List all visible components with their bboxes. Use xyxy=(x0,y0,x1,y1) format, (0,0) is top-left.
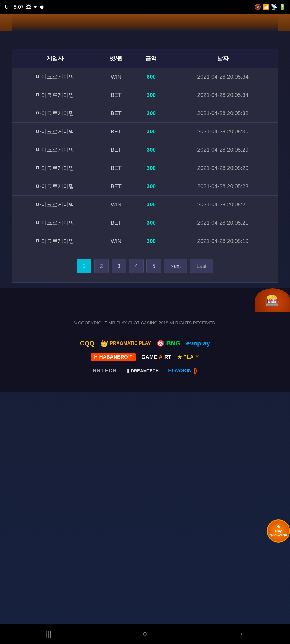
pagination: 1 2 3 4 5 Next Last xyxy=(12,250,278,282)
brand-gameart: GAMEART xyxy=(142,354,171,360)
brand-habanero: H HABANERO™ xyxy=(91,353,136,361)
table-header-row: 게임사 벳/원 금액 날짜 xyxy=(12,49,278,68)
cell-game: 마이크로게이밍 xyxy=(12,214,98,232)
cell-date: 2021-04-28 20:05:29 xyxy=(168,141,278,159)
cell-type: BET xyxy=(98,214,134,232)
battery-icon: 🔋 xyxy=(279,4,285,10)
nav-menu-button[interactable]: ||| xyxy=(37,627,60,641)
page-4-button[interactable]: 4 xyxy=(129,259,144,273)
brand-cqq: CQQ xyxy=(80,340,95,347)
page-2-button[interactable]: 2 xyxy=(94,259,109,273)
cell-date: 2021-04-28 20:05:32 xyxy=(168,104,278,123)
page-1-button[interactable]: 1 xyxy=(77,259,91,273)
signal-icon: 📡 xyxy=(271,4,277,10)
cell-game: 마이크로게이밍 xyxy=(12,141,98,159)
cell-date: 2021-04-28 20:05:21 xyxy=(168,214,278,232)
table-row: 마이크로게이밍BET3002021-04-28 20:05:29 xyxy=(12,141,278,159)
heart-icon: ♥ xyxy=(34,4,37,10)
brands-row-1: CQQ 👑 PRAGMATIC PLAY 🎯 BNG evoplay xyxy=(12,340,278,347)
brand-playson: PLAYSON |) xyxy=(168,367,197,374)
page-3-button[interactable]: 3 xyxy=(112,259,126,273)
copyright-text: © COOPYRIGHT MR PLAY SLOT CASINO 2018 Al… xyxy=(74,320,217,325)
nav-home-button[interactable]: ○ xyxy=(133,627,157,641)
brand-pragmatic: 👑 PRAGMATIC PLAY xyxy=(100,340,151,347)
menu-icon: ||| xyxy=(45,629,52,638)
curtain-decoration xyxy=(0,14,290,31)
brand-evoplay: evoplay xyxy=(186,340,210,347)
slot-icon: 🎰 xyxy=(265,293,280,307)
carrier-label: U⁺ xyxy=(5,4,11,10)
bng-icon: 🎯 xyxy=(157,340,164,347)
status-right: 🔕 📶 📡 🔋 xyxy=(255,4,285,10)
brands-row-3: RRTECH ||| DREAMTECH. PLAYSON |) xyxy=(12,367,278,374)
cell-amount: 300 xyxy=(134,196,168,214)
home-icon: ○ xyxy=(143,629,148,638)
table-row: 마이크로게이밍BET3002021-04-28 20:05:32 xyxy=(12,104,278,123)
slot-image-area: 🎰 xyxy=(0,288,290,312)
back-icon: ‹ xyxy=(240,629,243,638)
cell-amount: 300 xyxy=(134,141,168,159)
table-row: 마이크로게이밍WIN6002021-04-28 20:05:34 xyxy=(12,68,278,86)
cell-game: 마이크로게이밍 xyxy=(12,177,98,196)
page-5-button[interactable]: 5 xyxy=(146,259,161,273)
cell-amount: 300 xyxy=(134,232,168,250)
cell-type: WIN xyxy=(98,232,134,250)
brand-dreamtech: ||| DREAMTECH. xyxy=(123,367,163,374)
cell-date: 2021-04-28 20:05:34 xyxy=(168,86,278,104)
brands-section: CQQ 👑 PRAGMATIC PLAY 🎯 BNG evoplay H HAB… xyxy=(0,334,290,392)
slot-machine-image: 🎰 xyxy=(255,288,290,312)
cell-date: 2021-04-28 20:05:23 xyxy=(168,177,278,196)
data-table: 게임사 벳/원 금액 날짜 마이크로게이밍WIN6002021-04-28 20… xyxy=(12,49,278,250)
cell-date: 2021-04-28 20:05:34 xyxy=(168,68,278,86)
wifi-icon: 📶 xyxy=(263,4,269,10)
cell-amount: 300 xyxy=(134,159,168,177)
table-container: 게임사 벳/원 금액 날짜 마이크로게이밍WIN6002021-04-28 20… xyxy=(12,49,278,283)
brand-bng: 🎯 BNG xyxy=(157,340,180,347)
brand-brtech: RRTECH xyxy=(93,368,117,374)
cell-type: BET xyxy=(98,159,134,177)
footer-copyright: © COOPYRIGHT MR PLAY SLOT CASINO 2018 Al… xyxy=(0,312,290,334)
last-button[interactable]: Last xyxy=(190,259,213,273)
pragmatic-crown-icon: 👑 xyxy=(100,340,108,347)
status-bar: U⁺ 8:07 🖼 ♥ ⏺ 🔕 📶 📡 🔋 xyxy=(0,0,290,14)
status-left: U⁺ 8:07 🖼 ♥ ⏺ xyxy=(5,4,44,10)
main-content: 게임사 벳/원 금액 날짜 마이크로게이밍WIN6002021-04-28 20… xyxy=(0,14,290,644)
col-header-game: 게임사 xyxy=(12,49,98,68)
table-row: 마이크로게이밍BET3002021-04-28 20:05:26 xyxy=(12,159,278,177)
record-icon: ⏺ xyxy=(39,4,44,10)
habanero-h-icon: H xyxy=(94,354,97,360)
cell-amount: 300 xyxy=(134,177,168,196)
brands-row-2: H HABANERO™ GAMEART ★ PLAY xyxy=(12,353,278,361)
cell-amount: 600 xyxy=(134,68,168,86)
cell-date: 2021-04-28 20:05:26 xyxy=(168,159,278,177)
cell-game: 마이크로게이밍 xyxy=(12,196,98,214)
brand-play: ★ PLAY xyxy=(177,354,199,360)
time-label: 8:07 xyxy=(14,4,24,10)
cell-amount: 300 xyxy=(134,86,168,104)
table-row: 마이크로게이밍BET3002021-04-28 20:05:30 xyxy=(12,123,278,141)
cell-date: 2021-04-28 20:05:30 xyxy=(168,123,278,141)
nav-back-button[interactable]: ‹ xyxy=(230,627,253,641)
col-header-amount: 금액 xyxy=(134,49,168,68)
cell-date: 2021-04-28 20:05:19 xyxy=(168,232,278,250)
nav-bar: ||| ○ ‹ xyxy=(0,624,290,644)
cell-type: WIN xyxy=(98,68,134,86)
cell-game: 마이크로게이밍 xyxy=(12,68,98,86)
cell-game: 마이크로게이밍 xyxy=(12,123,98,141)
table-row: 마이크로게이밍BET3002021-04-28 20:05:23 xyxy=(12,177,278,196)
cell-type: BET xyxy=(98,141,134,159)
cell-type: BET xyxy=(98,177,134,196)
mr-play-badge-label: MrPlay미스터플레이어 xyxy=(269,525,288,537)
col-header-date: 날짜 xyxy=(168,49,278,68)
cell-amount: 300 xyxy=(134,104,168,123)
cell-game: 마이크로게이밍 xyxy=(12,159,98,177)
cell-date: 2021-04-28 20:05:21 xyxy=(168,196,278,214)
cell-game: 마이크로게이밍 xyxy=(12,104,98,123)
cell-type: WIN xyxy=(98,196,134,214)
table-row: 마이크로게이밍BET3002021-04-28 20:05:21 xyxy=(12,214,278,232)
mr-play-badge[interactable]: MrPlay미스터플레이어 xyxy=(267,519,290,543)
next-button[interactable]: Next xyxy=(164,259,187,273)
cell-type: BET xyxy=(98,86,134,104)
cell-amount: 300 xyxy=(134,123,168,141)
table-row: 마이크로게이밍BET3002021-04-28 20:05:34 xyxy=(12,86,278,104)
